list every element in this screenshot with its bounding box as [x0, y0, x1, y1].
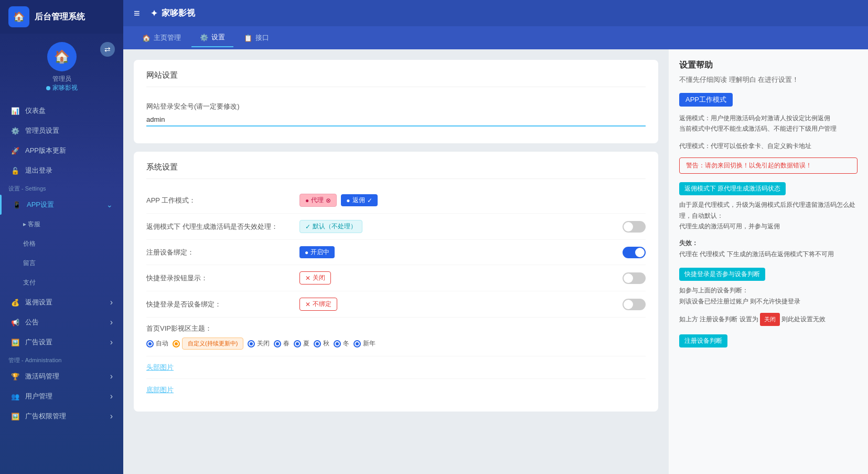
- quick-login-device-row: 快捷登录是否设备绑定： ✕ 不绑定: [146, 291, 646, 318]
- app-mode-label: APP 工作模式：: [146, 196, 293, 205]
- radio-custom: [173, 340, 180, 347]
- app-config-icon: 📱: [12, 201, 22, 209]
- user-site-label: 家哆影视: [46, 83, 78, 92]
- sidebar-item-app-update[interactable]: 🚀 APP版本更新: [0, 141, 123, 161]
- tab-api[interactable]: 📋 接口: [235, 29, 277, 47]
- tabbar: 🏠 主页管理 ⚙️ 设置 📋 接口: [123, 26, 868, 49]
- device-bind-value[interactable]: ● 开启中: [299, 246, 335, 258]
- register-device-badge: 注册设备判断: [679, 334, 727, 347]
- sidebar-item-payment-label: 支付: [23, 278, 36, 287]
- cashback-activation-value[interactable]: ✓ 默认（不处理）: [299, 220, 362, 233]
- sidebar-item-customer-service[interactable]: ▸ 客服: [0, 215, 123, 234]
- users-icon: 👥: [10, 393, 20, 401]
- radio-autumn: [314, 340, 321, 347]
- user-role-label: 管理员: [52, 75, 71, 83]
- sidebar-item-payment[interactable]: 支付: [0, 273, 123, 292]
- quick-login-device-toggle[interactable]: [623, 299, 646, 310]
- app-mode-buttons: ● 代理 ⊗ ● 返佣 ✓: [299, 194, 378, 207]
- vip-theme-custom[interactable]: 自定义(持续更新中): [173, 338, 243, 350]
- system-settings-section: 系统设置 APP 工作模式： ● 代理 ⊗ ● 返佣 ✓ 返佣: [134, 152, 658, 412]
- cashback-status-desc: 由于原是代理模式，升级为返佣模式后原代理遗留激活码怎么处理，自动默认： 代理生成…: [679, 199, 858, 231]
- sidebar-logo: 🏠: [8, 6, 29, 27]
- website-login-input[interactable]: [146, 113, 646, 127]
- sidebar-header: 🏠 后台管理系统: [0, 0, 123, 34]
- quick-login-show-row: 快捷登录按钮显示： ✕ 关闭: [146, 265, 646, 291]
- footer-image-row: 底部图片: [146, 379, 646, 401]
- radio-auto: [146, 340, 154, 347]
- topbar-title: ✦ 家哆影视: [151, 8, 195, 19]
- tab-settings[interactable]: ⚙️ 设置: [191, 28, 233, 47]
- topbar-title-icon: ✦: [151, 8, 157, 18]
- sidebar-item-admin-settings[interactable]: ⚙️ 管理员设置: [0, 121, 123, 141]
- quick-login-desc1: 如参与上面的设备判断： 则该设备已经注册过账户 则不允许快捷登录: [679, 285, 858, 307]
- quick-login-show-label: 快捷登录按钮显示：: [146, 273, 293, 283]
- sidebar-item-cashback-label: 返佣设置: [25, 298, 52, 307]
- notice-icon: 📢: [10, 319, 20, 326]
- cashback-activation-label: 返佣模式下 代理生成激活码是否失效处理：: [146, 222, 293, 231]
- sidebar-item-dashboard[interactable]: 📊 仪表盘: [0, 101, 123, 121]
- hamburger-icon[interactable]: ≡: [134, 7, 140, 19]
- topbar-title-text: 家哆影视: [162, 8, 195, 19]
- quick-login-show-toggle[interactable]: [623, 272, 646, 284]
- sidebar-item-ads[interactable]: 🖼️ 广告设置: [0, 332, 123, 352]
- vip-theme-winter[interactable]: 冬: [334, 339, 349, 348]
- register-device-help: 注册设备判断: [679, 334, 858, 352]
- sidebar-item-price[interactable]: 价格: [0, 234, 123, 254]
- website-login-label: 网站登录安全号(请一定要修改): [146, 102, 646, 111]
- radio-spring: [274, 340, 281, 347]
- vip-theme-newyear[interactable]: 新年: [353, 339, 376, 348]
- help-title: 设置帮助: [679, 60, 858, 71]
- footer-image-link[interactable]: 底部图片: [146, 385, 174, 395]
- header-image-row: 头部图片: [146, 356, 646, 379]
- cashback-activation-toggle[interactable]: [623, 221, 646, 233]
- sidebar-nav: 📊 仪表盘 ⚙️ 管理员设置 🚀 APP版本更新 🔓 退出登录 设置 - Set…: [0, 97, 123, 430]
- sidebar-item-activation[interactable]: 🏆 激活码管理: [0, 366, 123, 386]
- quick-login-desc2: 如上方 注册设备判断 设置为 关闭 则此处设置无效: [679, 313, 858, 326]
- quick-login-device-value[interactable]: ✕ 不绑定: [299, 298, 337, 311]
- topbar: ≡ ✦ 家哆影视: [123, 0, 868, 26]
- vip-theme-summer[interactable]: 夏: [294, 339, 309, 348]
- vip-theme-auto[interactable]: 自动: [146, 339, 168, 348]
- dashboard-icon: 📊: [10, 107, 20, 115]
- sidebar-item-users[interactable]: 👥 用户管理: [0, 386, 123, 406]
- ads-icon: 🖼️: [10, 339, 20, 346]
- app-mode-proxy-btn[interactable]: ● 代理 ⊗: [299, 194, 337, 207]
- header-image-link[interactable]: 头部图片: [146, 363, 174, 372]
- sidebar-item-notice[interactable]: 📢 公告: [0, 312, 123, 332]
- app-mode-cashback-btn[interactable]: ● 返佣 ✓: [341, 194, 377, 206]
- tab-settings-label: 设置: [211, 33, 225, 42]
- sidebar-item-app-config[interactable]: 📱 APP设置: [0, 195, 123, 215]
- sidebar-item-customer-service-label: ▸ 客服: [23, 220, 40, 229]
- sidebar-item-ads-label: 广告设置: [25, 338, 52, 347]
- tab-settings-icon: ⚙️: [200, 34, 208, 41]
- sidebar-item-logout-label: 退出登录: [25, 166, 52, 175]
- website-login-row-inner: 网站登录安全号(请一定要修改): [146, 102, 646, 127]
- device-bind-row: 注册设备绑定： ● 开启中: [146, 240, 646, 265]
- radio-newyear: [353, 340, 361, 347]
- sidebar-item-message[interactable]: 留言: [0, 254, 123, 273]
- quick-login-show-value[interactable]: ✕ 关闭: [299, 271, 331, 285]
- section-settings-label: 设置 - Settings: [0, 181, 123, 195]
- radio-winter: [334, 340, 341, 347]
- vip-theme-close[interactable]: 关闭: [248, 339, 270, 348]
- system-section-title: 系统设置: [146, 162, 646, 179]
- vip-theme-spring[interactable]: 春: [274, 339, 290, 348]
- sidebar-item-users-label: 用户管理: [25, 392, 52, 401]
- tab-api-label: 接口: [255, 33, 269, 43]
- tab-home-mgmt[interactable]: 🏠 主页管理: [134, 29, 189, 47]
- app-update-icon: 🚀: [10, 147, 20, 155]
- sidebar-item-cashback[interactable]: 💰 返佣设置: [0, 292, 123, 312]
- sidebar-item-ads-mgmt[interactable]: 🖼️ 广告权限管理: [0, 406, 123, 426]
- share-icon[interactable]: ⇄: [100, 42, 115, 57]
- device-bind-toggle[interactable]: [623, 247, 646, 258]
- app-work-mode-help: APP工作模式 返佣模式：用户使用激活码会对激请人按设定比例返佣 当前模式中代理…: [679, 93, 858, 174]
- close-badge: 关闭: [760, 313, 780, 326]
- sidebar-item-price-label: 价格: [23, 239, 36, 248]
- sidebar-item-logout[interactable]: 🔓 退出登录: [0, 161, 123, 181]
- vip-theme-autumn[interactable]: 秋: [314, 339, 329, 348]
- sidebar-item-dashboard-label: 仪表盘: [25, 106, 46, 115]
- settings-panel: 网站设置 网站登录安全号(请一定要修改) 系统设置 APP 工作模式： ●: [123, 49, 669, 474]
- help-subtitle: 不懂先仔细阅读 理解明白 在进行设置！: [679, 75, 858, 85]
- app-work-mode-badge: APP工作模式: [679, 93, 733, 107]
- logout-icon: 🔓: [10, 167, 20, 175]
